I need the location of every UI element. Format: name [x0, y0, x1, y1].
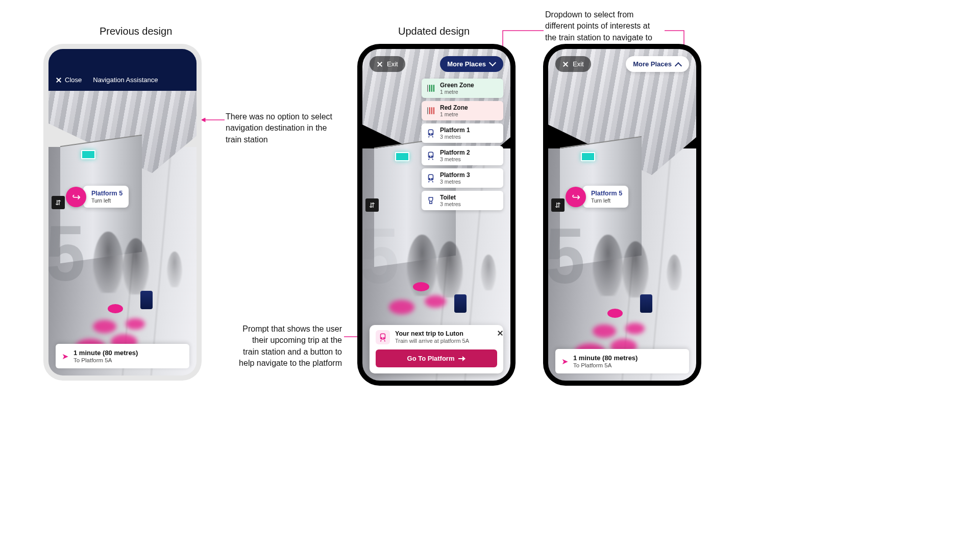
- navigate-icon: ➤: [62, 352, 68, 361]
- place-distance: 3 metres: [440, 201, 461, 207]
- train-icon: [426, 128, 436, 138]
- exit-button[interactable]: Exit: [555, 56, 591, 72]
- place-item[interactable]: Red Zone1 metre: [422, 101, 503, 120]
- annotation-dropdown: Dropdown to select from different points…: [545, 9, 657, 43]
- path-dot: [607, 309, 623, 318]
- path-dot: [93, 320, 116, 333]
- exit-sign-graphic: [581, 152, 595, 161]
- place-name: Toilet: [440, 194, 461, 201]
- more-places-dropdown-closed[interactable]: More Places: [626, 56, 689, 72]
- train-icon: [426, 151, 436, 161]
- screen-updated-closed: 5 ⇵ Exit More Places ↩ Platform 5 Turn l…: [548, 49, 696, 381]
- gate-green-icon: [426, 83, 436, 93]
- place-distance: 3 metres: [440, 156, 470, 162]
- path-dot: [425, 295, 446, 308]
- place-distance: 3 metres: [440, 134, 470, 140]
- direction-title: Platform 5: [591, 190, 622, 197]
- screen-previous: 5 ⇵ Close Navigation Assistance ↩ Platfo…: [48, 49, 197, 375]
- heading-previous: Previous design: [100, 26, 172, 37]
- trip-title: Your next trip to Luton: [395, 330, 469, 337]
- svg-point-7: [431, 156, 432, 157]
- direction-indicator: ↩ Platform 5 Turn left: [66, 186, 129, 208]
- place-distance: 3 metres: [440, 179, 470, 185]
- train-icon: [426, 173, 436, 183]
- gate-red-icon: [426, 106, 436, 116]
- direction-sub: Turn left: [591, 197, 622, 204]
- nav-title: Navigation Assistance: [93, 76, 158, 84]
- direction-title: Platform 5: [91, 190, 122, 197]
- status-sub: To Platform 5A: [74, 357, 138, 363]
- more-places-label: More Places: [447, 60, 486, 68]
- exit-button[interactable]: Exit: [370, 56, 405, 72]
- arrow-right-icon: [458, 356, 465, 361]
- lift-sign-graphic: ⇵: [365, 198, 379, 212]
- place-name: Green Zone: [440, 82, 474, 89]
- annotation-no-option: There was no option to select navigation…: [226, 111, 338, 145]
- path-dot: [413, 282, 429, 291]
- place-item[interactable]: Platform 33 metres: [422, 168, 503, 188]
- svg-point-6: [429, 156, 430, 157]
- svg-point-3: [429, 134, 430, 135]
- place-item[interactable]: Green Zone1 metre: [422, 79, 503, 98]
- chevron-up-icon: [676, 61, 682, 67]
- heading-updated: Updated design: [398, 26, 470, 37]
- camera-background: 5 ⇵: [48, 49, 197, 375]
- place-distance: 1 metre: [440, 111, 468, 117]
- train-icon: [376, 330, 390, 344]
- svg-point-13: [383, 338, 384, 339]
- place-name: Red Zone: [440, 104, 468, 111]
- place-item[interactable]: Platform 13 metres: [422, 123, 503, 143]
- status-card: ➤ 1 minute (80 metres) To Platform 5A: [555, 349, 689, 373]
- svg-point-4: [431, 134, 432, 135]
- trip-prompt-card: Your next trip to Luton Train will arriv…: [370, 325, 503, 373]
- more-places-dropdown-open[interactable]: More Places: [440, 56, 503, 72]
- svg-point-10: [431, 179, 432, 180]
- path-dot: [389, 300, 414, 314]
- place-name: Platform 2: [440, 149, 470, 156]
- place-name: Platform 3: [440, 171, 470, 179]
- turn-left-icon: ↩: [66, 187, 86, 207]
- svg-point-9: [429, 179, 430, 180]
- phone-updated-open: 5 ⇵ Exit More Places Green Zone1 metreRe…: [357, 44, 516, 386]
- navigate-icon: ➤: [561, 357, 568, 366]
- chevron-down-icon: [490, 61, 496, 67]
- callout-arrow-1: [199, 115, 227, 125]
- place-name: Platform 1: [440, 127, 470, 134]
- close-icon: [562, 61, 569, 67]
- lift-sign-graphic: ⇵: [52, 196, 65, 209]
- places-list: Green Zone1 metreRed Zone1 metrePlatform…: [422, 79, 503, 210]
- exit-sign-graphic: [81, 150, 95, 159]
- close-label: Close: [65, 76, 82, 84]
- lift-sign-graphic: ⇵: [551, 198, 565, 212]
- path-dot: [593, 324, 616, 338]
- more-places-label: More Places: [633, 60, 672, 68]
- status-sub: To Platform 5A: [573, 362, 638, 368]
- place-item[interactable]: Toilet3 metres: [422, 191, 503, 210]
- turn-left-icon: ↩: [566, 187, 586, 207]
- screen-updated-open: 5 ⇵ Exit More Places Green Zone1 metreRe…: [362, 49, 510, 381]
- go-to-platform-button[interactable]: Go To Platform: [376, 349, 497, 367]
- exit-label: Exit: [573, 60, 584, 68]
- status-title: 1 minute (80 metres): [74, 349, 138, 357]
- exit-label: Exit: [387, 60, 398, 68]
- phone-previous: 5 ⇵ Close Navigation Assistance ↩ Platfo…: [43, 44, 202, 381]
- exit-sign-graphic: [395, 152, 409, 161]
- go-to-platform-label: Go To Platform: [407, 355, 455, 362]
- old-header: Close Navigation Assistance: [48, 49, 197, 91]
- direction-indicator: ↩ Platform 5 Turn left: [566, 186, 628, 208]
- toilet-icon: [426, 195, 436, 206]
- svg-point-12: [381, 338, 382, 339]
- place-distance: 1 metre: [440, 89, 474, 95]
- phone-updated-closed: 5 ⇵ Exit More Places ↩ Platform 5 Turn l…: [543, 44, 701, 386]
- trip-sub: Train will arrive at platform 5A: [395, 338, 469, 344]
- annotation-prompt: Prompt that shows the user their upcomin…: [235, 323, 342, 369]
- direction-sub: Turn left: [91, 197, 122, 204]
- camera-background: 5 ⇵: [548, 49, 696, 381]
- path-dot: [625, 323, 645, 334]
- close-button[interactable]: Close: [56, 76, 82, 84]
- close-icon: [56, 77, 62, 83]
- place-item[interactable]: Platform 23 metres: [422, 146, 503, 165]
- status-title: 1 minute (80 metres): [573, 354, 638, 362]
- status-card: ➤ 1 minute (80 metres) To Platform 5A: [56, 344, 189, 368]
- close-icon: [377, 61, 383, 67]
